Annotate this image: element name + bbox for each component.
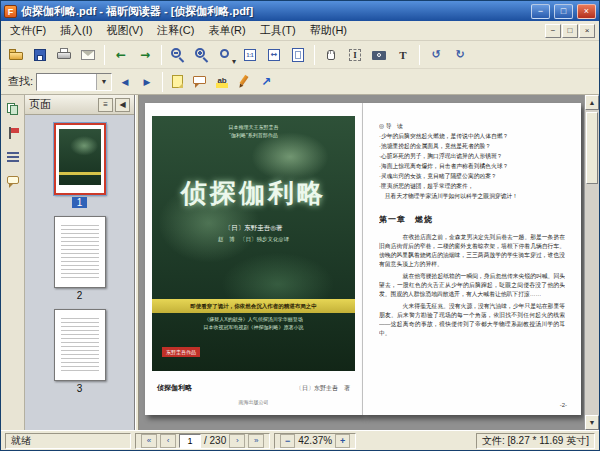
fit-page-button[interactable] [286,43,310,67]
last-page-button[interactable]: » [248,434,264,448]
view-history-group [109,43,157,67]
main-toolbar [1,41,599,69]
find-previous-icon [117,74,133,90]
fit-page-icon [290,47,306,63]
typewriter-button[interactable] [391,43,415,67]
vertical-scrollbar[interactable]: ▲ ▼ [584,95,599,430]
tab-comments[interactable] [3,171,23,191]
find-next-icon [139,74,155,90]
thumbnail-cover-image [59,129,101,185]
sticky-note-button[interactable] [167,71,189,93]
annotation-tool-group [167,71,277,93]
body-paragraphs: 在收拾店面之前，金森龙男决定先到后巷去一趟。那是一条挤在旧商店街背后的窄巷，二楼… [379,233,565,338]
thumbnail-list: 1 2 3 [25,115,134,430]
intro-line: ·海面上惊现离奇爆炸，目击者声称看到橘色火球？ [379,161,565,171]
toolbar-separator [314,45,315,65]
document-close-button[interactable]: × [579,24,595,38]
page-text-block: ◎ 导 读·少年的后脑突然起火燃烧，是传说中的人体自燃？·池塘里捞起的金属面具，… [379,121,565,395]
menu-insert[interactable]: 插入(I) [53,21,99,40]
zoom-menu-button[interactable] [214,43,238,67]
thumbnail-text-preview [61,318,99,372]
intro-line: ◎ 导 读 [379,121,565,131]
page-thumbnail-3[interactable] [54,309,106,381]
tab-layers[interactable] [3,147,23,167]
scroll-up-icon[interactable]: ▲ [585,95,599,110]
layers-icon [5,149,21,165]
menu-view[interactable]: 视图(V) [99,21,150,40]
menu-file[interactable]: 文件(F) [3,21,53,40]
zoom-out-button[interactable] [166,43,190,67]
callout-button[interactable] [189,71,211,93]
chapter-heading: 第一章 燃烧 [379,214,565,225]
fit-width-icon [266,47,282,63]
select-text-button[interactable] [343,43,367,67]
save-button[interactable] [28,43,52,67]
print-button[interactable] [52,43,76,67]
find-next-button[interactable] [136,71,158,93]
snapshot-button[interactable] [367,43,391,67]
menu-tools[interactable]: 工具(T) [253,21,303,40]
content-area: 页面 ≡ ◀ 1 2 3 [1,95,599,430]
previous-page-button[interactable]: ‹ [160,434,176,448]
first-page-button[interactable]: « [141,434,157,448]
hand-tool-button[interactable] [319,43,343,67]
zoom-in-button[interactable] [190,43,214,67]
open-button[interactable] [4,43,28,67]
page-thumbnail-1[interactable] [54,123,106,195]
menu-form[interactable]: 表单(R) [201,21,252,40]
close-button[interactable]: × [577,4,596,19]
next-view-button[interactable] [133,43,157,67]
actual-size-icon [242,47,258,63]
document-minimize-button[interactable]: − [545,24,561,38]
page-thumbnail-2[interactable] [54,216,106,288]
document-window-controls: − □ × [545,24,597,38]
menu-item-label: 视图(V) [106,23,143,38]
find-input[interactable] [37,74,96,90]
panel-collapse-button[interactable]: ◀ [115,98,130,112]
intro-line: ·池塘里捞起的金属面具，竟然是死者的脸？ [379,141,565,151]
zoom-in-status-button[interactable]: + [335,434,350,448]
menu-item-label: 工具(T) [260,23,296,38]
previous-view-button[interactable] [109,43,133,67]
page-number-input[interactable] [179,434,201,448]
menu-comment[interactable]: 注释(C) [150,21,201,40]
thumbnail-text-preview [61,225,99,279]
panel-menu-button[interactable]: ≡ [98,98,113,112]
tab-bookmarks[interactable] [3,123,23,143]
pdf-page-2[interactable]: ◎ 导 读·少年的后脑突然起火燃烧，是传说中的人体自燃？·池塘里捞起的金属面具，… [363,103,581,415]
email-button[interactable] [76,43,100,67]
menu-item-label: 插入(I) [60,23,92,38]
next-page-button[interactable]: › [229,434,245,448]
find-dropdown-icon[interactable]: ▼ [96,74,111,90]
rotate-right-button[interactable] [448,43,472,67]
document-restore-button[interactable]: □ [562,24,578,38]
highlight-button[interactable] [211,71,233,93]
maximize-button[interactable]: □ [554,4,573,19]
pencil-button[interactable] [233,71,255,93]
hand-tool-icon [323,47,339,63]
menu-help[interactable]: 帮助(H) [303,21,354,40]
status-bar: 就绪 « ‹ / 230 › » − 42.37% + 文件: [8.27 * … [1,430,599,450]
document-canvas[interactable]: 日本推理天王东野圭吾 “伽利略”系列首部作品 侦探伽利略 〔日〕东野圭吾◎著 赵… [139,95,584,430]
minimize-button[interactable]: − [531,4,550,19]
tab-page-thumbnails[interactable] [3,99,23,119]
panel-title: 页面 [29,97,96,112]
scroll-down-icon[interactable]: ▼ [585,415,599,430]
scrollbar-thumb[interactable] [586,112,598,184]
zoom-out-status-button[interactable]: − [280,434,295,448]
cover-tagline-line2: “伽利略”系列首部作品 [152,131,355,139]
thumbnail-page-number: 2 [72,290,88,301]
zoom-level-label: 42.37% [298,435,332,446]
pdf-page-1[interactable]: 日本推理天王东野圭吾 “伽利略”系列首部作品 侦探伽利略 〔日〕东野圭吾◎著 赵… [145,103,363,415]
actual-size-button[interactable] [238,43,262,67]
fit-width-button[interactable] [262,43,286,67]
rotate-left-button[interactable] [424,43,448,67]
thumbnails-panel-header: 页面 ≡ ◀ [25,95,134,115]
arrow-annotation-button[interactable] [255,71,277,93]
menu-item-label: 文件(F) [10,23,46,38]
cover-title: 侦探伽利略 [152,176,355,211]
find-previous-button[interactable] [114,71,136,93]
intro-line: ·匪夷所思的谜团，超乎常理的案件， [379,181,565,191]
toolbar-separator [419,45,420,65]
scrollbar-track[interactable] [585,110,599,415]
